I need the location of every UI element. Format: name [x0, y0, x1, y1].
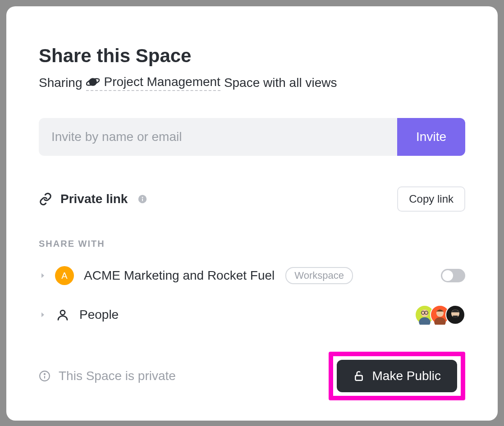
svg-rect-13 [453, 316, 458, 318]
invite-input[interactable] [39, 118, 397, 156]
make-public-label: Make Public [372, 369, 441, 383]
people-row-left: People [39, 308, 119, 322]
svg-point-15 [44, 374, 45, 375]
invite-button[interactable]: Invite [397, 118, 465, 156]
avatar-stack[interactable] [415, 305, 465, 325]
share-with-label: SHARE WITH [39, 239, 465, 249]
space-name-text: Project Management [104, 75, 220, 89]
workspace-toggle[interactable] [441, 269, 465, 282]
modal-subtitle: Sharing Project Management Space with al… [39, 75, 465, 91]
highlight-annotation: Make Public [329, 352, 465, 400]
modal-title: Share this Space [39, 45, 465, 67]
info-icon[interactable] [137, 194, 147, 204]
private-link-label: Private link [60, 192, 128, 206]
space-name-link[interactable]: Project Management [86, 75, 220, 91]
svg-point-5 [60, 310, 65, 315]
workspace-row: A ACME Marketing and Rocket Fuel Workspa… [39, 266, 465, 285]
workspace-badge: Workspace [285, 267, 353, 284]
private-link-left: Private link [39, 192, 147, 206]
planet-icon [86, 75, 100, 89]
private-status-text: This Space is private [59, 369, 176, 383]
svg-point-3 [142, 197, 143, 198]
workspace-avatar: A [55, 266, 74, 285]
unlock-icon [353, 370, 365, 382]
people-label: People [79, 308, 119, 322]
person-icon [56, 308, 69, 322]
footer-left: This Space is private [39, 369, 176, 383]
share-modal: Share this Space Sharing Project Managem… [6, 6, 498, 421]
svg-point-11 [434, 317, 445, 325]
footer-row: This Space is private Make Public [39, 352, 465, 400]
link-icon [39, 192, 52, 206]
toggle-knob [442, 270, 453, 281]
workspace-name: ACME Marketing and Rocket Fuel [84, 268, 275, 283]
subtitle-suffix: Space with all views [224, 76, 337, 90]
svg-rect-4 [142, 199, 143, 201]
avatar [445, 305, 465, 325]
subtitle-prefix: Sharing [39, 76, 82, 90]
workspace-avatar-letter: A [61, 271, 67, 281]
make-public-button[interactable]: Make Public [337, 360, 457, 392]
chevron-right-icon[interactable] [39, 272, 47, 280]
private-link-row: Private link Copy link [39, 186, 465, 212]
svg-rect-17 [356, 376, 362, 381]
info-icon [39, 370, 50, 382]
workspace-row-left: A ACME Marketing and Rocket Fuel Workspa… [39, 266, 353, 285]
chevron-right-icon[interactable] [39, 311, 47, 319]
invite-row: Invite [39, 118, 465, 156]
copy-link-button[interactable]: Copy link [397, 186, 465, 212]
people-row: People [39, 305, 465, 325]
svg-point-7 [419, 317, 430, 325]
